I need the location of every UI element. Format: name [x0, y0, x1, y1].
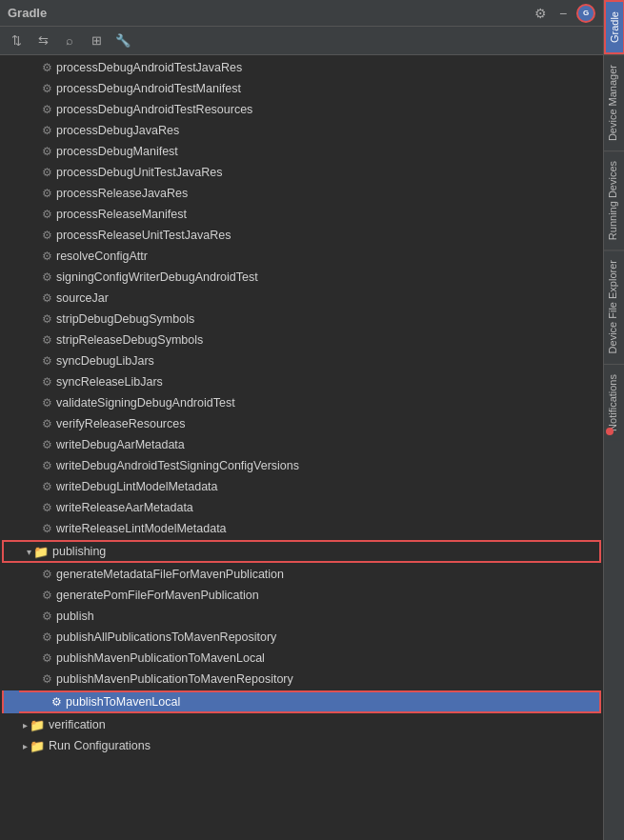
task-label: publishAllPublicationsToMavenRepository [56, 630, 276, 644]
list-item[interactable]: ⚙ writeDebugAndroidTestSigningConfigVers… [0, 455, 603, 476]
task-label: processReleaseJavaRes [56, 187, 188, 200]
list-item[interactable]: ⚙ processDebugUnitTestJavaRes [0, 162, 603, 183]
tab-device-manager[interactable]: Device Manager [604, 54, 625, 150]
title-bar: Gradle ⚙ − G [0, 0, 603, 27]
tab-notifications[interactable]: Notifications [604, 364, 625, 441]
list-item[interactable]: ⚙ syncReleaseLibJars [0, 371, 603, 392]
task-label: generateMetadataFileForMavenPublication [56, 568, 284, 581]
list-item[interactable]: ⚙ resolveConfigAttr [0, 246, 603, 267]
gear-icon: ⚙ [42, 375, 52, 389]
task-label: writeReleaseLintModelMetadata [56, 522, 227, 535]
wrench-btn[interactable]: 🔧 [112, 30, 133, 51]
list-item[interactable]: ⚙ writeDebugLintModelMetadata [0, 476, 603, 497]
gear-icon: ⚙ [42, 312, 52, 326]
list-item[interactable]: ⚙ publishMavenPublicationToMavenLocal [0, 648, 603, 669]
list-item[interactable]: ⚙ stripReleaseDebugSymbols [0, 330, 603, 350]
chevron-right-icon: ▸ [23, 741, 28, 751]
list-item[interactable]: ⚙ stripDebugDebugSymbols [0, 309, 603, 330]
task-label: syncReleaseLibJars [56, 375, 163, 389]
list-item[interactable]: ⚙ syncDebugLibJars [0, 350, 603, 371]
gear-icon: ⚙ [42, 82, 52, 95]
settings-title-btn[interactable]: ⚙ [531, 4, 550, 23]
tab-running-devices[interactable]: Running Devices [604, 150, 625, 250]
list-item[interactable]: ⚙ writeDebugAarMetadata [0, 434, 603, 455]
gear-icon: ⚙ [42, 333, 52, 347]
publishing-group-item[interactable]: ▾ 📁 publishing [2, 540, 601, 563]
task-label: publishToMavenLocal [66, 695, 180, 709]
list-item[interactable]: ⚙ processDebugManifest [0, 141, 603, 162]
task-label: publishMavenPublicationToMavenLocal [56, 651, 265, 665]
gear-icon: ⚙ [42, 270, 52, 284]
task-label: publish [56, 610, 94, 623]
expand-all-btn[interactable]: ⇅ [6, 30, 27, 51]
gear-icon: ⚙ [51, 695, 62, 709]
gear-icon: ⚙ [42, 568, 52, 581]
list-item[interactable]: ⚙ generatePomFileForMavenPublication [0, 585, 603, 606]
list-item[interactable]: ⚙ processDebugAndroidTestManifest [0, 78, 603, 99]
list-item[interactable]: ⚙ verifyReleaseResources [0, 413, 603, 434]
list-item[interactable]: ⚙ processDebugAndroidTestJavaRes [0, 57, 603, 78]
group-btn[interactable]: ⊞ [86, 30, 107, 51]
tab-device-file-explorer[interactable]: Device File Explorer [604, 250, 625, 363]
task-label: processReleaseManifest [56, 208, 187, 221]
list-item[interactable]: ⚙ processDebugAndroidTestResources [0, 99, 603, 120]
task-label: validateSigningDebugAndroidTest [56, 396, 235, 410]
list-item[interactable]: ⚙ writeReleaseAarMetadata [0, 497, 603, 518]
task-label: publishMavenPublicationToMavenRepository [56, 672, 293, 686]
list-item[interactable]: ⚙ processDebugJavaRes [0, 120, 603, 141]
list-item[interactable]: ⚙ processReleaseJavaRes [0, 183, 603, 204]
minimize-btn[interactable]: − [554, 4, 573, 23]
gear-icon: ⚙ [42, 672, 52, 686]
publish-to-maven-local-item[interactable]: ⚙ publishToMavenLocal [2, 690, 601, 713]
list-item[interactable]: ⚙ validateSigningDebugAndroidTest [0, 392, 603, 413]
gear-icon: ⚙ [42, 145, 52, 158]
task-label: stripDebugDebugSymbols [56, 312, 194, 326]
gear-icon: ⚙ [42, 522, 52, 535]
gear-icon: ⚙ [42, 61, 52, 74]
task-label: signingConfigWriterDebugAndroidTest [56, 270, 258, 284]
task-label: writeDebugAarMetadata [56, 438, 185, 451]
list-item[interactable]: ⚙ writeReleaseLintModelMetadata [0, 518, 603, 539]
verification-group-item[interactable]: ▸ 📁 verification [0, 714, 603, 735]
gradle-icon: G [576, 4, 595, 23]
task-label: resolveConfigAttr [56, 250, 148, 263]
chevron-down-icon: ▾ [27, 547, 31, 557]
gear-icon: ⚙ [42, 124, 52, 137]
gear-icon: ⚙ [42, 417, 52, 430]
folder-icon: 📁 [30, 718, 45, 732]
list-item[interactable]: ⚙ publishAllPublicationsToMavenRepositor… [0, 627, 603, 648]
task-label: processDebugUnitTestJavaRes [56, 166, 222, 179]
list-item[interactable]: ⚙ processReleaseManifest [0, 204, 603, 225]
group-label: publishing [52, 545, 106, 558]
gear-icon: ⚙ [42, 103, 52, 116]
folder-icon: 📁 [33, 545, 49, 559]
gear-icon: ⚙ [42, 396, 52, 410]
gear-icon: ⚙ [42, 501, 52, 514]
task-label: stripReleaseDebugSymbols [56, 333, 203, 347]
gear-icon: ⚙ [42, 166, 52, 179]
tab-gradle[interactable]: Gradle [604, 0, 625, 54]
gear-icon: ⚙ [42, 630, 52, 644]
list-item[interactable]: ⚙ signingConfigWriterDebugAndroidTest [0, 267, 603, 288]
search-btn[interactable]: ⌕ [59, 30, 80, 51]
task-label: processDebugJavaRes [56, 124, 179, 137]
right-tab-panel: Gradle Device Manager Running Devices De… [603, 0, 624, 840]
gear-icon: ⚙ [42, 651, 52, 665]
list-item[interactable]: ⚙ publishMavenPublicationToMavenReposito… [0, 669, 603, 690]
list-item[interactable]: ⚙ processReleaseUnitTestJavaRes [0, 225, 603, 246]
window-title: Gradle [8, 6, 47, 20]
gear-icon: ⚙ [42, 250, 52, 263]
list-item[interactable]: ⚙ generateMetadataFileForMavenPublicatio… [0, 564, 603, 585]
task-label: writeReleaseAarMetadata [56, 501, 193, 514]
list-item[interactable]: ⚙ sourceJar [0, 288, 603, 309]
folder-icon: 📁 [30, 739, 45, 753]
gear-icon: ⚙ [42, 354, 52, 368]
task-label: generatePomFileForMavenPublication [56, 589, 259, 602]
run-configurations-item[interactable]: ▸ 📁 Run Configurations [0, 735, 603, 756]
group-label: verification [49, 718, 106, 731]
task-label: processReleaseUnitTestJavaRes [56, 229, 231, 242]
gradle-tree[interactable]: ⚙ processDebugAndroidTestJavaRes ⚙ proce… [0, 55, 603, 840]
collapse-all-btn[interactable]: ⇆ [32, 30, 53, 51]
task-label: writeDebugAndroidTestSigningConfigVersio… [56, 459, 299, 472]
list-item[interactable]: ⚙ publish [0, 606, 603, 627]
